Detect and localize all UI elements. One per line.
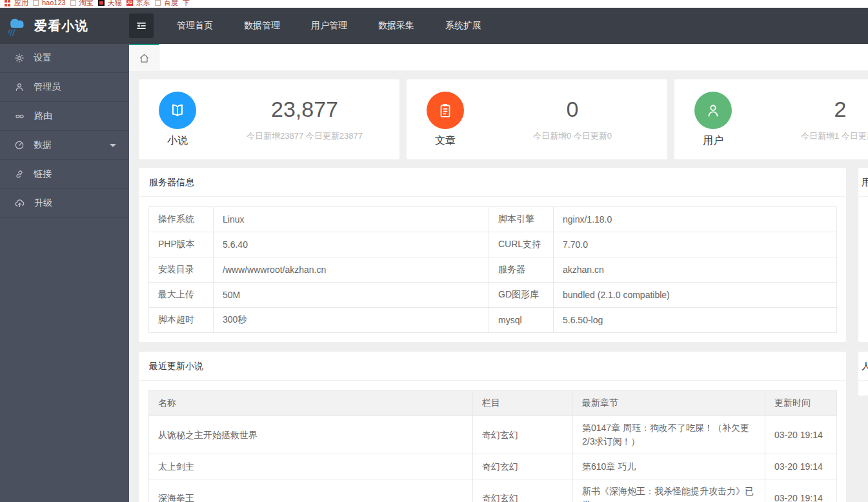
right-panel-partial-top: 用 bbox=[858, 168, 868, 342]
screen: 应用 hao123 淘宝 天猫 JD 京东 百度 下 bbox=[0, 0, 868, 502]
sidebar-item-label: 设置 bbox=[34, 52, 52, 64]
sidebar-collapse-button[interactable] bbox=[129, 14, 154, 38]
stat-label: 文章 bbox=[435, 134, 456, 148]
link-icon bbox=[14, 169, 25, 179]
stat-cards-row: 小说 23,877 今日新增23877 今日更新23877 bbox=[139, 79, 868, 159]
novel-chapter: 新书《深海炮王：我杀怪能提升攻击力》已发 bbox=[573, 479, 765, 502]
stat-value: 23,877 bbox=[271, 97, 338, 122]
gear-icon bbox=[14, 53, 25, 63]
panel-title: 用 bbox=[858, 168, 868, 197]
panel-title: 服务器信息 bbox=[139, 168, 846, 197]
table-row: PHP版本 5.6.40 CURL支持 7.70.0 bbox=[149, 232, 837, 257]
cloud-rain-logo-icon bbox=[6, 15, 28, 37]
novel-category: 奇幻玄幻 bbox=[473, 416, 573, 454]
nav-system-extension[interactable]: 系统扩展 bbox=[430, 8, 497, 44]
user-circle bbox=[694, 92, 732, 129]
stat-label: 小说 bbox=[167, 134, 188, 148]
clipboard-icon bbox=[437, 102, 454, 119]
stat-card-articles: 文章 0 今日新增0 今日更新0 bbox=[407, 79, 667, 159]
tab-home[interactable] bbox=[129, 44, 159, 71]
stat-value: 2 bbox=[834, 97, 847, 122]
bookmark-jd[interactable]: JD 京东 bbox=[126, 0, 150, 8]
sidebar-item-upgrade[interactable]: 升级 bbox=[0, 189, 129, 218]
sidebar-item-label: 管理员 bbox=[34, 81, 61, 93]
sidebar-item-label: 数据 bbox=[34, 139, 52, 151]
app-logo[interactable]: 爱看小说 bbox=[0, 15, 129, 37]
sidebar-item-label: 升级 bbox=[34, 197, 52, 209]
bookmark-tmall[interactable]: 天猫 bbox=[98, 0, 122, 8]
favicon-placeholder-icon bbox=[155, 0, 161, 6]
nav-admin-home[interactable]: 管理首页 bbox=[161, 8, 228, 44]
app-header: 爱看小说 管理首页 数据管理 用户管理 数据采集 系统扩展 bbox=[0, 8, 868, 44]
right-panel-partial-bottom: 人 bbox=[858, 352, 868, 396]
stat-subtext: 今日新增23877 今日更新23877 bbox=[247, 130, 363, 142]
novel-name: 太上剑主 bbox=[149, 454, 473, 479]
tmall-favicon-icon bbox=[98, 0, 105, 6]
table-row: 太上剑主 奇幻玄幻 第610章 巧儿 03-20 19:14 bbox=[149, 454, 837, 479]
article-circle bbox=[427, 92, 464, 129]
bookmark-overflow[interactable]: 下 bbox=[183, 0, 190, 8]
favicon-placeholder-icon bbox=[33, 0, 39, 6]
stat-value: 0 bbox=[567, 97, 579, 122]
panel-title: 最近更新小说 bbox=[139, 352, 846, 381]
novel-name: 从诡秘之主开始拯救世界 bbox=[149, 416, 473, 454]
server-info-panel: 服务器信息 操作系统 Linux 脚本引擎 nginx/1.18.0 bbox=[139, 168, 846, 342]
bookmark-hao123[interactable]: hao123 bbox=[33, 0, 66, 8]
stat-subtext: 今日新增1 今日更新1 bbox=[801, 130, 868, 142]
nav-data-management[interactable]: 数据管理 bbox=[228, 8, 296, 44]
server-info-table: 操作系统 Linux 脚本引擎 nginx/1.18.0 PHP版本 5.6.4… bbox=[148, 206, 837, 333]
novel-category: 奇幻玄幻 bbox=[473, 454, 573, 479]
upgrade-cloud-icon bbox=[14, 198, 25, 209]
novel-name: 深海拳王 bbox=[149, 479, 473, 502]
browser-bookmarks-bar: 应用 hao123 淘宝 天猫 JD 京东 百度 下 bbox=[0, 0, 868, 8]
stat-label: 用户 bbox=[703, 134, 723, 148]
table-row: 最大上传 50M GD图形库 bundled (2.1.0 compatible… bbox=[149, 283, 837, 308]
nav-user-management[interactable]: 用户管理 bbox=[296, 8, 363, 44]
novel-chapter: 第0147章 周珏：狗改不了吃屎！（补欠更2/3求订阅！） bbox=[573, 416, 765, 454]
sidebar-item-routes[interactable]: 路由 bbox=[0, 102, 129, 131]
favicon-placeholder-icon bbox=[70, 0, 76, 6]
table-row: 深海拳王 奇幻玄幻 新书《深海炮王：我杀怪能提升攻击力》已发 03-20 19:… bbox=[149, 479, 837, 502]
nav-data-collection[interactable]: 数据采集 bbox=[363, 8, 430, 44]
bookmark-taobao[interactable]: 淘宝 bbox=[70, 0, 94, 8]
novel-update-time: 03-20 19:14 bbox=[765, 416, 837, 454]
user-icon bbox=[14, 82, 25, 92]
novel-category: 奇幻玄幻 bbox=[473, 479, 573, 502]
top-nav: 管理首页 数据管理 用户管理 数据采集 系统扩展 bbox=[161, 8, 497, 44]
novel-chapter: 第610章 巧儿 bbox=[573, 454, 765, 479]
collapse-menu-icon bbox=[135, 19, 148, 32]
table-row: 操作系统 Linux 脚本引擎 nginx/1.18.0 bbox=[149, 207, 837, 232]
book-icon bbox=[168, 101, 187, 119]
stat-card-novels: 小说 23,877 今日新增23877 今日更新23877 bbox=[139, 79, 399, 159]
sidebar-item-settings[interactable]: 设置 bbox=[0, 44, 129, 73]
recent-novels-table: 名称 栏目 最新章节 更新时间 从诡秘之主开始拯救世界 奇幻玄幻 bbox=[148, 390, 837, 502]
table-header-row: 名称 栏目 最新章节 更新时间 bbox=[149, 391, 837, 416]
person-icon bbox=[705, 102, 722, 119]
apps-grid-icon bbox=[5, 0, 11, 6]
novel-circle bbox=[159, 92, 196, 129]
sidebar-item-links[interactable]: 链接 bbox=[0, 160, 129, 189]
sidebar-item-admins[interactable]: 管理员 bbox=[0, 73, 129, 102]
route-infinity-icon bbox=[14, 111, 25, 122]
recent-novels-panel: 最近更新小说 名称 栏目 最新章节 更新时间 bbox=[139, 352, 846, 502]
sidebar: 设置 管理员 路由 数据 bbox=[0, 44, 129, 502]
table-row: 安装目录 /www/wwwroot/akzhan.cn 服务器 akzhan.c… bbox=[149, 257, 837, 283]
dashboard-content: 小说 23,877 今日新增23877 今日更新23877 bbox=[129, 71, 868, 502]
chevron-down-icon bbox=[110, 144, 116, 147]
sidebar-item-data[interactable]: 数据 bbox=[0, 131, 129, 160]
novel-update-time: 03-20 19:14 bbox=[765, 454, 837, 479]
sidebar-item-label: 路由 bbox=[34, 110, 52, 122]
novel-update-time: 03-20 19:14 bbox=[765, 479, 837, 502]
sidebar-item-label: 链接 bbox=[34, 168, 52, 180]
gauge-icon bbox=[14, 140, 25, 150]
stat-subtext: 今日新增0 今日更新0 bbox=[533, 130, 612, 142]
panel-title: 人 bbox=[858, 352, 868, 381]
app-title: 爱看小说 bbox=[34, 17, 88, 35]
bookmark-baidu[interactable]: 百度 bbox=[155, 0, 178, 8]
apps-shortcut[interactable]: 应用 bbox=[5, 0, 28, 8]
jd-favicon-icon: JD bbox=[126, 0, 133, 6]
table-row: 脚本超时 300秒 mysql 5.6.50-log bbox=[149, 308, 837, 333]
stat-card-users: 用户 2 今日新增1 今日更新1 bbox=[674, 79, 868, 159]
home-icon bbox=[138, 52, 150, 65]
page-tab-bar bbox=[129, 44, 868, 71]
